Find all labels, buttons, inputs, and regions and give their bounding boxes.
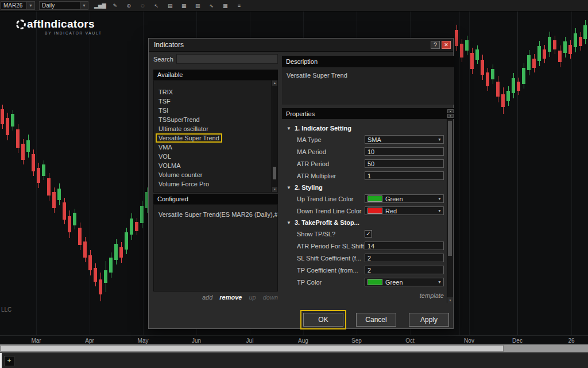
chevron-down-icon[interactable]: ▼ <box>26 2 34 9</box>
x-axis-label: Dec <box>512 338 523 344</box>
property-color-select[interactable]: Green▼ <box>365 278 444 286</box>
x-axis-label: Aug <box>298 338 308 344</box>
list-action-add[interactable]: add <box>202 294 212 301</box>
search-label: Search <box>153 56 176 63</box>
chart-window-icon[interactable]: ▦ <box>179 1 189 10</box>
property-color-select[interactable]: Red▼ <box>365 206 444 215</box>
property-input[interactable]: 2 <box>365 266 444 274</box>
available-item-label: TSF <box>158 98 171 105</box>
candle <box>78 228 82 245</box>
candle <box>517 82 520 91</box>
zoom-in-icon[interactable]: ⊕ <box>124 1 134 10</box>
bottom-bar-divider <box>0 353 2 368</box>
gridline <box>571 11 572 335</box>
property-color-select[interactable]: Green▼ <box>365 194 444 203</box>
candle <box>73 213 76 225</box>
candle <box>506 91 510 101</box>
available-item[interactable]: TSSuperTrend <box>154 115 277 124</box>
candle <box>568 45 572 54</box>
list-icon[interactable]: ≡ <box>234 1 244 10</box>
available-item[interactable]: TSF <box>154 97 277 106</box>
scrollbar-thumb[interactable] <box>448 121 452 256</box>
available-scrollbar[interactable]: ▲ ▼ <box>272 80 277 192</box>
configured-list[interactable]: Versatile Super Trend(ES MAR26 (Daily),#… <box>153 204 278 292</box>
properties-scrollbar[interactable]: ▼ <box>447 119 453 303</box>
list-action-down[interactable]: down <box>263 294 278 301</box>
candle <box>109 258 113 273</box>
scrollbar-thumb[interactable] <box>1 345 504 352</box>
property-select[interactable]: SMA▼ <box>365 135 444 144</box>
apply-button[interactable]: Apply <box>409 313 449 327</box>
page-edit-icon[interactable]: ▤ <box>165 1 175 10</box>
available-item[interactable]: TRIX <box>154 87 277 97</box>
list-action-up[interactable]: up <box>249 294 256 301</box>
property-input[interactable]: 10 <box>365 147 444 156</box>
period-combo[interactable]: Daily ▼ <box>39 1 88 10</box>
property-group-label: 2. Styling <box>295 184 323 191</box>
scroll-up-icon[interactable]: ▲ <box>447 109 454 113</box>
available-item[interactable]: VMA <box>154 143 277 152</box>
search-input[interactable] <box>176 54 278 64</box>
add-tab-button[interactable]: + <box>4 356 14 366</box>
scroll-down-icon[interactable]: ▼ <box>447 297 453 303</box>
chevron-down-icon[interactable]: ▼ <box>80 2 88 9</box>
available-item-label: TSSuperTrend <box>158 116 200 123</box>
scroll-down-icon[interactable]: ▼ <box>272 187 277 192</box>
property-input[interactable]: 50 <box>365 159 444 168</box>
trading-app-window: LLC MAR26 ▼ Daily ▼ ▂▅▇✎⊕⊖↖▤▦▥∿▩≡ aftInd… <box>0 0 588 368</box>
symbol-combo[interactable]: MAR26 ▼ <box>1 1 35 10</box>
available-item[interactable]: Volume counter <box>154 170 277 179</box>
available-item[interactable]: VOLMA <box>154 161 277 170</box>
close-icon[interactable]: ✕ <box>442 41 451 49</box>
period-combo-value: Daily <box>40 2 80 9</box>
pointer-icon[interactable]: ↖ <box>152 1 161 10</box>
available-item[interactable]: Versatile Super Trend <box>154 133 277 143</box>
property-group-header[interactable]: ▼1. Indicator Setting <box>282 122 448 133</box>
main-toolbar: MAR26 ▼ Daily ▼ ▂▅▇✎⊕⊖↖▤▦▥∿▩≡ <box>0 0 588 12</box>
cancel-button[interactable]: Cancel <box>356 313 396 327</box>
ok-button[interactable]: OK <box>303 313 343 327</box>
description-body: Versatile Super Trend <box>282 67 454 105</box>
x-axis-label: Nov <box>464 338 474 344</box>
candle <box>460 44 463 57</box>
property-input[interactable]: 14 <box>365 241 444 250</box>
list-action-remove[interactable]: remove <box>219 294 242 301</box>
candle <box>563 41 567 53</box>
zoom-out-icon[interactable]: ⊖ <box>138 1 148 10</box>
candle <box>574 33 577 47</box>
available-item-label: Versatile Super Trend <box>156 133 222 143</box>
property-input[interactable]: 1 <box>365 171 444 180</box>
scrollbar-thumb[interactable] <box>273 167 276 179</box>
template-link[interactable]: template <box>282 292 444 299</box>
property-group-label: 1. Indicator Setting <box>295 125 351 132</box>
horizontal-scrollbar[interactable] <box>0 344 588 352</box>
available-list[interactable]: ▲ ▼ TRIXTSFTSITSSuperTrendUltimate oscil… <box>153 80 278 193</box>
available-item[interactable]: TSI <box>154 106 277 115</box>
chart-watermark: LLC <box>1 306 11 313</box>
scroll-down-icon[interactable]: ▼ <box>447 114 454 118</box>
property-group-header[interactable]: ▼2. Styling <box>282 182 448 193</box>
candle <box>481 60 484 75</box>
property-input[interactable]: 2 <box>365 254 444 262</box>
candle <box>99 279 102 294</box>
x-axis-label: Apr <box>85 338 94 344</box>
available-item[interactable]: Volume Force Pro <box>154 179 277 189</box>
candle <box>548 37 551 52</box>
available-item[interactable]: Ultimate oscillator <box>154 124 277 133</box>
grid-icon[interactable]: ▩ <box>220 1 230 10</box>
zigzag-icon[interactable]: ∿ <box>207 1 216 10</box>
dialog-buttons: OK Cancel Apply <box>303 313 449 327</box>
property-row: Up Trend Line ColorGreen▼ <box>282 193 448 205</box>
candle <box>455 30 458 46</box>
configured-item[interactable]: Versatile Super Trend(ES MAR26 (Daily),#… <box>154 210 277 219</box>
chart-type-icon[interactable]: ▂▅▇ <box>94 1 106 10</box>
property-group-header[interactable]: ▼3. TakeProfit & Stop... <box>282 217 448 228</box>
candle <box>37 168 40 183</box>
available-item[interactable]: VOL <box>154 152 277 161</box>
scroll-up-icon[interactable]: ▲ <box>272 80 277 86</box>
property-checkbox[interactable]: ✓ <box>365 230 372 237</box>
draw-icon[interactable]: ✎ <box>110 1 120 10</box>
volume-bars-icon[interactable]: ▥ <box>193 1 203 10</box>
help-button[interactable]: ? <box>431 41 440 49</box>
dialog-titlebar[interactable]: Indicators ? ✕ <box>149 39 453 52</box>
